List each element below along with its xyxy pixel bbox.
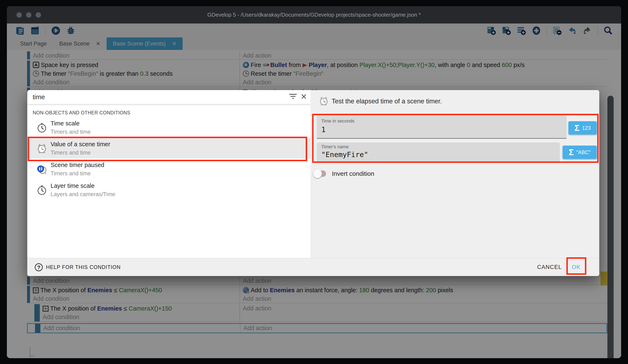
- condition-item-title: Value of a scene timer: [51, 141, 110, 148]
- help-label: HELP FOR THIS CONDITION: [46, 264, 121, 270]
- expression-builder-button-numeric[interactable]: Σ 123: [568, 121, 597, 135]
- condition-item-title: Scene timer paused: [51, 162, 104, 169]
- condition-item-time-scale[interactable]: Time scale Timers and time: [27, 117, 311, 138]
- alarm-clock-icon: [318, 95, 329, 106]
- field-label: Timer's name: [321, 144, 349, 150]
- time-in-seconds-input[interactable]: [321, 125, 564, 134]
- invert-condition-toggle[interactable]: [314, 171, 326, 177]
- field-label: Time in seconds: [321, 118, 354, 124]
- dialog-footer: ? HELP FOR THIS CONDITION CANCEL OK: [27, 258, 599, 276]
- toggle-knob: [313, 169, 322, 178]
- expression-builder-button-string[interactable]: Σ "ABC": [563, 146, 597, 159]
- expression-button-label: 123: [582, 125, 591, 131]
- condition-item-title: Time scale: [51, 120, 79, 127]
- sigma-icon: Σ: [569, 148, 574, 157]
- section-header: NON-OBJECTS AND OTHER CONDITIONS: [33, 110, 130, 116]
- time-in-seconds-field: Time in seconds: [317, 116, 567, 139]
- titlebar: GDevelop 5 - /Users/dkarakay/Documents/G…: [7, 6, 621, 23]
- expression-button-label: "ABC": [576, 149, 591, 155]
- search-bar: ✕: [27, 90, 311, 104]
- clock-icon: [36, 184, 48, 196]
- condition-item-subtitle: Timers and time: [51, 150, 91, 156]
- timers-name-field: Timer's name: [317, 142, 560, 162]
- app-window: GDevelop 5 - /Users/dkarakay/Documents/G…: [7, 6, 621, 358]
- choose-condition-dialog: ✕ NON-OBJECTS AND OTHER CONDITIONS Time …: [27, 90, 599, 276]
- sigma-icon: Σ: [574, 123, 579, 133]
- condition-item-title: Layer time scale: [51, 182, 94, 189]
- cancel-button[interactable]: CANCEL: [537, 264, 562, 270]
- invert-condition-row: Invert condition: [314, 168, 374, 180]
- invert-condition-label: Invert condition: [332, 170, 374, 177]
- condition-item-value-of-scene-timer[interactable]: Value of a scene timer Timers and time: [27, 138, 311, 159]
- window-title: GDevelop 5 - /Users/dkarakay/Documents/G…: [7, 12, 621, 18]
- clock-icon: [36, 122, 48, 133]
- help-icon: ?: [35, 263, 43, 271]
- search-input[interactable]: [33, 90, 278, 104]
- alarm-clock-icon: [36, 142, 48, 154]
- condition-description: Test the elapsed time of a scene timer.: [332, 98, 442, 105]
- condition-item-subtitle: Timers and time: [51, 170, 91, 177]
- filter-icon[interactable]: [289, 94, 297, 100]
- condition-item-scene-timer-paused[interactable]: Scene timer paused Timers and time: [27, 159, 311, 180]
- help-button[interactable]: ? HELP FOR THIS CONDITION: [27, 263, 121, 271]
- close-dialog-icon[interactable]: ✕: [300, 93, 308, 101]
- pause-timer-icon: [36, 163, 48, 175]
- ok-button[interactable]: OK: [572, 264, 580, 270]
- condition-list-panel: ✕ NON-OBJECTS AND OTHER CONDITIONS Time …: [27, 90, 311, 258]
- condition-item-layer-time-scale[interactable]: Layer time scale Layers and cameras/Time: [27, 180, 311, 200]
- condition-item-subtitle: Layers and cameras/Time: [51, 191, 115, 198]
- condition-list: Time scale Timers and time Value of a sc…: [27, 117, 311, 200]
- condition-item-subtitle: Timers and time: [51, 129, 91, 135]
- timers-name-input[interactable]: [321, 150, 558, 159]
